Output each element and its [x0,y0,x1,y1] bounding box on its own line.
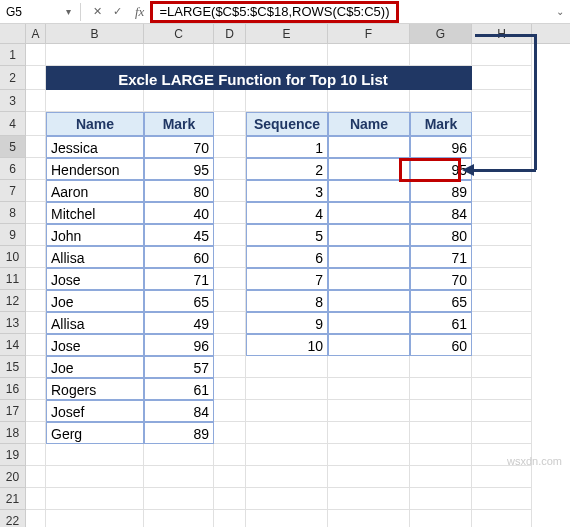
cell[interactable] [26,466,46,488]
cell[interactable] [472,510,532,527]
cell[interactable] [26,290,46,312]
confirm-icon[interactable]: ✓ [109,5,125,18]
fx-icon[interactable]: fx [129,4,150,20]
cell[interactable] [214,90,246,112]
cell[interactable] [472,334,532,356]
cell[interactable] [214,290,246,312]
row-header[interactable]: 4 [0,112,26,136]
table-header[interactable]: Mark [144,112,214,136]
cell[interactable] [472,112,532,136]
cell[interactable] [214,112,246,136]
cell[interactable] [472,312,532,334]
cell[interactable]: 7 [246,268,328,290]
row-header[interactable]: 1 [0,44,26,66]
cell[interactable]: 84 [144,400,214,422]
cell[interactable] [472,290,532,312]
cell[interactable] [328,290,410,312]
cell[interactable] [472,488,532,510]
cell[interactable] [26,136,46,158]
cell[interactable] [26,488,46,510]
cell[interactable]: 60 [410,334,472,356]
cell[interactable]: Mitchel [46,202,144,224]
cell[interactable] [26,158,46,180]
cell[interactable] [26,422,46,444]
cell[interactable]: Jose [46,268,144,290]
cell[interactable] [328,400,410,422]
row-header[interactable]: 7 [0,180,26,202]
row-header[interactable]: 17 [0,400,26,422]
cell[interactable] [144,90,214,112]
cell[interactable] [246,444,328,466]
cell[interactable] [26,202,46,224]
cell[interactable] [410,90,472,112]
cell[interactable] [214,488,246,510]
cell[interactable] [26,268,46,290]
cell[interactable]: Gerg [46,422,144,444]
col-header[interactable]: F [328,24,410,43]
col-header[interactable]: D [214,24,246,43]
cell[interactable] [410,510,472,527]
cell[interactable] [144,44,214,66]
cell[interactable] [472,136,532,158]
cell[interactable]: 3 [246,180,328,202]
cell[interactable] [214,378,246,400]
cell[interactable] [410,44,472,66]
cell[interactable]: 60 [144,246,214,268]
cell[interactable] [214,422,246,444]
cell[interactable] [214,136,246,158]
cell[interactable] [328,158,410,180]
cell[interactable]: 9 [246,312,328,334]
row-header[interactable]: 13 [0,312,26,334]
col-header[interactable]: E [246,24,328,43]
cell[interactable]: Jose [46,334,144,356]
cell[interactable] [26,44,46,66]
table-header[interactable]: Sequence [246,112,328,136]
cell[interactable]: Joe [46,290,144,312]
cell[interactable]: 96 [144,334,214,356]
cell[interactable] [144,510,214,527]
cell[interactable] [328,378,410,400]
cell[interactable] [46,488,144,510]
cell[interactable] [214,510,246,527]
cell[interactable] [144,66,214,90]
cell[interactable] [246,378,328,400]
col-header[interactable]: G [410,24,472,43]
cell[interactable] [410,466,472,488]
cell[interactable]: 49 [144,312,214,334]
cell[interactable] [472,202,532,224]
row-header[interactable]: 21 [0,488,26,510]
formula-input[interactable]: =LARGE($C$5:$C$18,ROWS(C$5:C5)) [150,1,398,23]
col-header[interactable]: C [144,24,214,43]
cell[interactable] [472,246,532,268]
cell[interactable]: 40 [144,202,214,224]
cell[interactable] [328,224,410,246]
table-header[interactable]: Name [328,112,410,136]
cell[interactable] [26,510,46,527]
cell[interactable]: 57 [144,356,214,378]
cell[interactable] [328,466,410,488]
cell[interactable] [472,180,532,202]
col-header[interactable]: A [26,24,46,43]
cell[interactable] [328,268,410,290]
cell[interactable] [246,44,328,66]
cell[interactable]: Henderson [46,158,144,180]
cell[interactable]: 95 [144,158,214,180]
cell[interactable]: 80 [410,224,472,246]
cell[interactable] [472,268,532,290]
cell[interactable]: John [46,224,144,246]
cell[interactable] [246,422,328,444]
cell[interactable]: 89 [410,180,472,202]
cell[interactable]: Allisa [46,312,144,334]
cell[interactable] [214,44,246,66]
row-header[interactable]: 12 [0,290,26,312]
cell[interactable] [214,356,246,378]
cell[interactable] [214,66,246,90]
cell[interactable] [472,466,532,488]
cell[interactable] [472,66,532,90]
cell[interactable]: 65 [144,290,214,312]
cell[interactable]: 65 [410,290,472,312]
table-header[interactable]: Mark [410,112,472,136]
cell[interactable] [410,400,472,422]
cell[interactable] [214,334,246,356]
cell[interactable] [410,422,472,444]
